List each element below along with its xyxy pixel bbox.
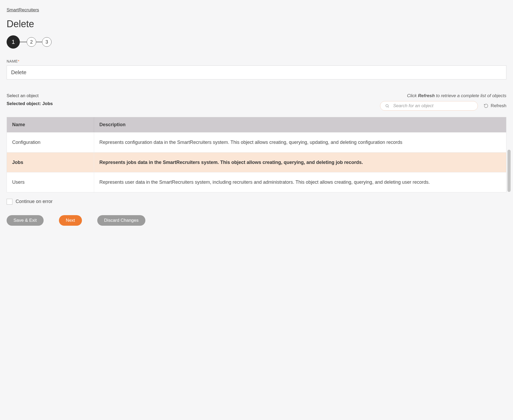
name-input[interactable] <box>7 65 506 79</box>
cell-name: Configuration <box>7 132 94 152</box>
wizard-stepper: 1 2 3 <box>7 35 506 49</box>
search-icon <box>385 104 389 108</box>
svg-line-1 <box>388 107 389 107</box>
table-row[interactable]: UsersRepresents user data in the SmartRe… <box>7 172 506 192</box>
breadcrumb-link[interactable]: SmartRecruiters <box>7 7 39 12</box>
refresh-button-label: Refresh <box>491 103 506 108</box>
object-table: Name Description ConfigurationRepresents… <box>7 117 506 192</box>
refresh-hint-post: to retrieve a complete list of objects <box>435 93 506 98</box>
step-1[interactable]: 1 <box>7 35 20 49</box>
selected-object-prefix: Selected object: <box>7 101 42 106</box>
save-exit-button[interactable]: Save & Exit <box>7 215 44 226</box>
cell-name: Jobs <box>7 152 94 172</box>
search-input[interactable] <box>392 103 473 109</box>
scrollbar-thumb[interactable] <box>507 150 511 192</box>
refresh-hint: Click Refresh to retrieve a complete lis… <box>380 93 506 98</box>
refresh-icon <box>484 103 488 108</box>
refresh-button[interactable]: Refresh <box>484 103 506 108</box>
col-header-name[interactable]: Name <box>7 117 94 132</box>
scrollbar-track[interactable] <box>507 134 511 192</box>
cell-description: Represents jobs data in the SmartRecruit… <box>94 152 506 172</box>
selected-object-text: Selected object: Jobs <box>7 101 53 106</box>
next-button[interactable]: Next <box>59 215 82 226</box>
refresh-hint-bold: Refresh <box>418 93 435 98</box>
step-3[interactable]: 3 <box>42 37 52 47</box>
continue-on-error-label: Continue on error <box>16 199 53 204</box>
discard-changes-button[interactable]: Discard Changes <box>97 215 145 226</box>
object-table-wrap: Name Description ConfigurationRepresents… <box>7 117 506 192</box>
step-connector <box>20 42 27 42</box>
svg-point-0 <box>386 105 388 107</box>
cell-description: Represents user data in the SmartRecruit… <box>94 172 506 192</box>
name-label-text: NAME <box>7 59 18 63</box>
refresh-hint-pre: Click <box>407 93 418 98</box>
step-2[interactable]: 2 <box>27 37 36 47</box>
required-marker: * <box>18 59 19 63</box>
step-connector <box>36 42 42 42</box>
page-title: Delete <box>7 18 506 30</box>
select-object-label: Select an object <box>7 93 53 98</box>
continue-on-error-checkbox[interactable] <box>7 199 12 205</box>
selected-object-value: Jobs <box>42 101 53 106</box>
name-field-label: NAME* <box>7 59 506 63</box>
search-box[interactable] <box>380 101 478 111</box>
col-header-description[interactable]: Description <box>94 117 506 132</box>
cell-name: Users <box>7 172 94 192</box>
cell-description: Represents configuration data in the Sma… <box>94 132 506 152</box>
table-row[interactable]: JobsRepresents jobs data in the SmartRec… <box>7 152 506 172</box>
table-row[interactable]: ConfigurationRepresents configuration da… <box>7 132 506 152</box>
